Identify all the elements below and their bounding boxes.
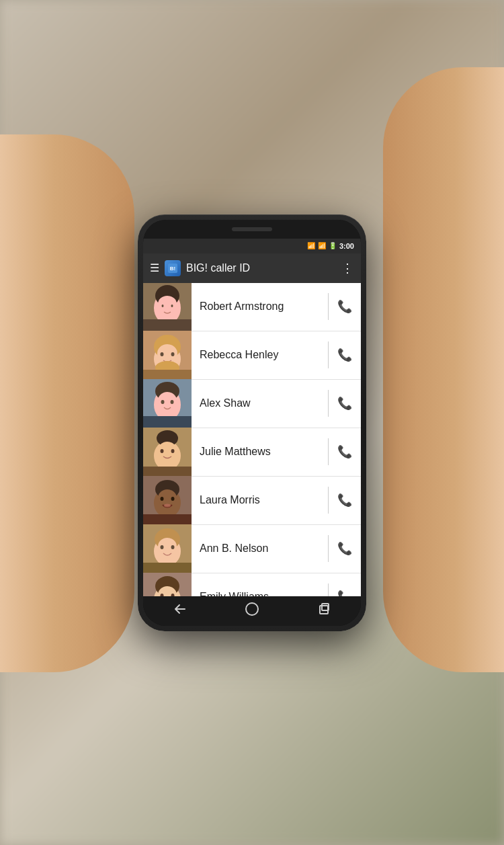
svg-point-16 <box>171 352 175 356</box>
contacts-list: Robert Armstrong 📞 <box>143 283 361 596</box>
signal-bars-icon: 📶 <box>318 242 326 249</box>
avatar <box>143 379 192 428</box>
avatar <box>143 573 192 596</box>
contact-name: Alex Shaw <box>192 397 328 409</box>
svg-rect-32 <box>143 467 192 476</box>
status-icons: 📶 📶 🔋 3:00 <box>307 242 354 250</box>
contact-name: Ann B. Nelson <box>192 542 328 555</box>
svg-point-37 <box>161 497 164 501</box>
call-button[interactable]: 📞 <box>329 476 361 524</box>
svg-rect-10 <box>143 319 192 331</box>
list-item[interactable]: Alex Shaw 📞 <box>143 380 361 428</box>
recents-button[interactable] <box>311 596 338 626</box>
hand-right <box>383 67 504 672</box>
svg-point-39 <box>164 504 171 508</box>
avatar <box>143 428 192 476</box>
call-button[interactable]: 📞 <box>329 331 361 379</box>
contact-name: Julie Matthews <box>192 446 328 458</box>
app-title: BIG! caller ID <box>186 262 341 274</box>
svg-rect-25 <box>143 416 192 428</box>
battery-icon: 🔋 <box>329 242 337 249</box>
svg-text:B!: B! <box>170 266 175 272</box>
svg-point-62 <box>246 603 258 615</box>
home-button[interactable] <box>239 596 265 626</box>
phone-call-icon: 📞 <box>337 493 352 508</box>
svg-point-9 <box>171 305 173 307</box>
svg-point-15 <box>161 352 164 356</box>
avatar <box>143 331 192 379</box>
svg-rect-18 <box>143 370 192 379</box>
avatar <box>143 283 192 331</box>
phone-call-icon: 📞 <box>337 590 352 596</box>
phone-screen: 📶 📶 🔋 3:00 ☰ B! BIG! caller ID ⋮ <box>143 220 361 626</box>
nav-bar <box>143 596 361 626</box>
list-item[interactable]: Laura Morris 📞 <box>143 477 361 525</box>
contact-name: Laura Morris <box>192 494 328 506</box>
svg-point-38 <box>171 497 175 501</box>
list-item[interactable]: Robert Armstrong 📞 <box>143 283 361 331</box>
svg-point-24 <box>171 400 174 404</box>
svg-point-5 <box>158 296 177 312</box>
phone-device: 📶 📶 🔋 3:00 ☰ B! BIG! caller ID ⋮ <box>138 214 366 631</box>
svg-point-23 <box>161 400 165 404</box>
wifi-icon: 📶 <box>307 242 315 249</box>
phone-wrapper: 📶 📶 🔋 3:00 ☰ B! BIG! caller ID ⋮ <box>138 214 366 631</box>
svg-point-46 <box>171 545 175 549</box>
back-button[interactable] <box>166 596 193 626</box>
list-item[interactable]: Emily Williams 📞 <box>143 573 361 596</box>
app-bar: ☰ B! BIG! caller ID ⋮ <box>143 253 361 283</box>
call-button[interactable]: 📞 <box>329 428 361 476</box>
phone-call-icon: 📞 <box>337 299 352 314</box>
phone-top-bar <box>143 220 361 239</box>
call-button[interactable]: 📞 <box>329 524 361 573</box>
svg-point-30 <box>161 449 164 453</box>
contact-name: Robert Armstrong <box>192 300 328 313</box>
svg-rect-47 <box>143 563 192 573</box>
svg-rect-40 <box>143 514 192 524</box>
svg-point-31 <box>171 449 175 453</box>
phone-call-icon: 📞 <box>337 348 352 362</box>
svg-point-22 <box>158 392 177 409</box>
list-item[interactable]: Rebecca Henley 📞 <box>143 331 361 380</box>
hand-left <box>0 134 134 672</box>
phone-call-icon: 📞 <box>337 541 352 556</box>
hamburger-menu-icon[interactable]: ☰ <box>150 261 159 274</box>
list-item[interactable]: Ann B. Nelson 📞 <box>143 525 361 573</box>
phone-call-icon: 📞 <box>337 396 352 411</box>
status-time: 3:00 <box>339 242 354 250</box>
overflow-menu-icon[interactable]: ⋮ <box>341 261 354 276</box>
list-item[interactable]: Julie Matthews 📞 <box>143 428 361 477</box>
status-bar: 📶 📶 🔋 3:00 <box>143 239 361 253</box>
call-button[interactable]: 📞 <box>329 283 361 331</box>
phone-call-icon: 📞 <box>337 444 352 459</box>
svg-point-45 <box>161 545 164 549</box>
app-icon: B! <box>165 260 181 276</box>
contact-name: Rebecca Henley <box>192 349 328 361</box>
svg-point-8 <box>162 305 164 307</box>
svg-point-14 <box>157 344 177 363</box>
speaker-grille <box>232 227 272 231</box>
avatar <box>143 524 192 573</box>
avatar <box>143 476 192 524</box>
call-button[interactable]: 📞 <box>329 379 361 428</box>
call-button[interactable]: 📞 <box>329 573 361 596</box>
